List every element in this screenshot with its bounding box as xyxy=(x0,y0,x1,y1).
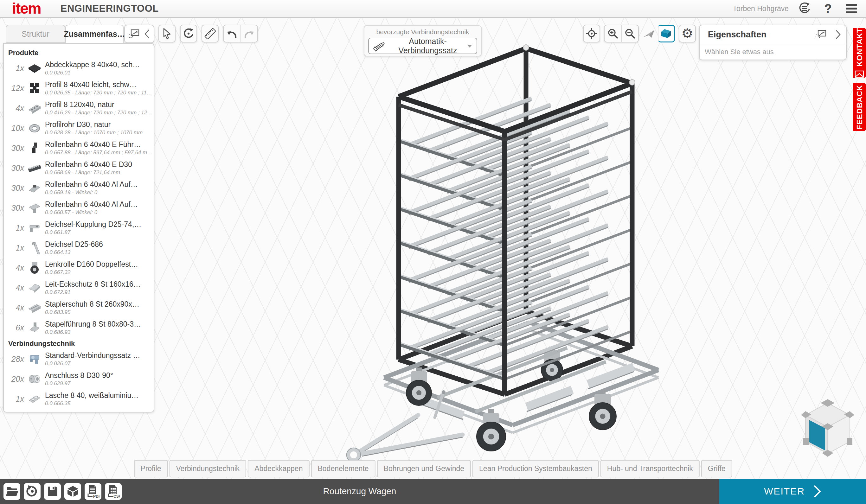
product-row[interactable]: 4x Profil 8 120x40, natur 0.0.416.29 - L… xyxy=(4,98,154,118)
parts-summary-panel: Produkte 1x Abdeckkappe 8 40x40, sch… 0.… xyxy=(3,43,154,413)
app-header: item ENGINEERINGTOOL Torben Hohgräve ? xyxy=(0,0,866,18)
screw-icon xyxy=(373,40,386,52)
save-button[interactable] xyxy=(44,483,61,500)
product-row[interactable]: 30x Rollenbahn 6 40x40 Al Auf… 0.0.660.5… xyxy=(4,198,154,218)
category-tab[interactable]: Profile xyxy=(134,460,168,478)
pdf-icon: PDF xyxy=(87,485,100,498)
category-tab[interactable]: Lean Production Systembaukasten xyxy=(473,460,599,478)
properties-expand-button[interactable] xyxy=(835,29,842,40)
product-row[interactable]: 12x Profil 8 40x40 leicht, schw… 0.0.026… xyxy=(4,78,154,98)
menu-button[interactable] xyxy=(844,1,859,16)
angle-profile-icon xyxy=(24,181,45,195)
row-quantity: 4x xyxy=(4,104,24,113)
product-row[interactable]: 20x Anschluss 8 D30-90° 0.0.629.97 xyxy=(4,369,154,389)
tube-icon xyxy=(24,122,45,135)
footer-bar: PDF CSV Routenzug Wagen WEITER xyxy=(0,479,866,504)
row-quantity: 1x xyxy=(4,223,24,233)
row-quantity: 30x xyxy=(4,203,24,213)
history-icon xyxy=(798,2,811,15)
properties-placeholder: Wählen Sie etwas aus xyxy=(700,44,846,59)
roller-guide-icon xyxy=(24,142,45,155)
product-row[interactable]: 1x Deichsel D25-686 0.0.664.13 xyxy=(4,238,154,258)
row-quantity: 1x xyxy=(4,64,24,73)
caster-icon xyxy=(24,261,45,275)
category-tab[interactable]: Bodenelemente xyxy=(311,460,375,478)
row-name: Rollenbahn 6 40x40 Al Auf… xyxy=(45,180,152,189)
cart-model xyxy=(333,38,700,466)
corner-guard-icon xyxy=(24,281,45,295)
row-detail: 0.0.628.28 - Länge: 1070 mm ; 1070 mm xyxy=(45,130,152,136)
category-tab[interactable]: Hub- und Transporttechnik xyxy=(600,460,700,478)
category-tab[interactable]: Verbindungstechnik xyxy=(169,460,246,478)
coupling-icon xyxy=(24,222,45,235)
reset-icon xyxy=(26,485,38,498)
row-quantity: 10x xyxy=(4,124,24,133)
model-cube-button[interactable] xyxy=(64,483,81,500)
row-quantity: 28x xyxy=(4,355,24,364)
tab-zusammenfassung[interactable]: Zusammenfas… xyxy=(65,25,124,43)
plate-icon xyxy=(24,392,45,406)
reset-button[interactable] xyxy=(24,483,41,500)
row-name: Lasche 8 40, weißaluminiu… xyxy=(45,391,152,400)
row-quantity: 4x xyxy=(4,283,24,292)
row-name: Deichsel D25-686 xyxy=(45,240,152,249)
folder-icon xyxy=(6,486,18,497)
row-detail: 0.0.026.07 xyxy=(45,360,152,367)
row-quantity: 1x xyxy=(4,394,24,404)
product-row[interactable]: 1x Deichsel-Kupplung D25-74,… 0.0.661.87 xyxy=(4,218,154,238)
category-tabs: ProfileVerbindungstechnikAbdeckkappenBod… xyxy=(134,460,732,478)
product-row[interactable]: 4x Staplerschuh 8 St 260x90x… 0.0.683.95 xyxy=(4,298,154,318)
row-name: Rollenbahn 6 40x40 E D30 xyxy=(45,160,152,169)
properties-title: Eigenschaften xyxy=(708,30,815,40)
row-detail: 0.0.666.35 xyxy=(45,400,152,407)
row-name: Deichsel-Kupplung D25-74,… xyxy=(45,220,152,229)
drawbar-icon xyxy=(24,242,45,255)
kontakt-tab[interactable]: KONTAKT xyxy=(853,28,866,78)
connection-select[interactable]: Automatik-Verbindungssatz xyxy=(368,38,477,54)
help-icon: ? xyxy=(824,2,831,15)
row-quantity: 1x xyxy=(4,243,24,253)
stack-guide-icon xyxy=(24,321,45,335)
view-cube[interactable] xyxy=(799,393,856,460)
row-detail: 0.0.658.69 - Länge: 721,64 mm xyxy=(45,169,152,176)
row-name: Profil 8 120x40, natur xyxy=(45,100,152,109)
connection-label: bevorzugte Verbindungstechnik xyxy=(364,28,481,36)
product-row[interactable]: 6x Stapelführung 8 St 80x80-3… 0.0.686.9… xyxy=(4,318,154,338)
product-row[interactable]: 4x Leit-Eckschutz 8 St 160x16… 0.0.672.9… xyxy=(4,278,154,298)
help-button[interactable]: ? xyxy=(820,1,835,16)
user-name: Torben Hohgräve xyxy=(733,4,789,13)
chevron-down-icon xyxy=(466,44,473,48)
open-project-button[interactable] xyxy=(3,483,20,500)
export-csv-button[interactable]: CSV xyxy=(105,483,122,500)
row-name: Staplerschuh 8 St 260x90x… xyxy=(45,300,152,309)
properties-popout-button[interactable] xyxy=(815,29,827,40)
category-tab[interactable]: Abdeckkappen xyxy=(248,460,309,478)
row-detail: 0.0.661.87 xyxy=(45,229,152,236)
product-row[interactable]: 1x Abdeckkappe 8 40x40, sch… 0.0.026.01 xyxy=(4,58,154,78)
product-row[interactable]: 4x Lenkrolle D160 Doppelfest… 0.0.667.32 xyxy=(4,258,154,278)
weiter-button[interactable]: WEITER xyxy=(719,479,866,504)
row-quantity: 30x xyxy=(4,183,24,193)
row-name: Leit-Eckschutz 8 St 160x16… xyxy=(45,280,152,289)
page-title: ENGINEERINGTOOL xyxy=(60,3,159,14)
feedback-tab[interactable]: FEEDBACK xyxy=(853,83,866,131)
properties-panel: Eigenschaften Wählen Sie etwas aus xyxy=(699,25,847,60)
export-pdf-button[interactable]: PDF xyxy=(85,483,101,500)
row-name: Rollenbahn 6 40x40 Al Auf… xyxy=(45,200,152,209)
fork-shoe-icon xyxy=(24,301,45,315)
row-name: Profil 8 40x40 leicht, schw… xyxy=(45,80,152,89)
product-row[interactable]: 1x Lasche 8 40, weißaluminiu… 0.0.666.35 xyxy=(4,389,154,409)
category-tab[interactable]: Griffe xyxy=(701,460,732,478)
history-button[interactable] xyxy=(797,1,812,16)
product-row[interactable]: 30x Rollenbahn 6 40x40 Al Auf… 0.0.659.1… xyxy=(4,178,154,198)
csv-icon: CSV xyxy=(107,485,120,498)
product-row[interactable]: 30x Rollenbahn 6 40x40 E Führ… 0.0.657.8… xyxy=(4,138,154,158)
product-row[interactable]: 28x Standard-Verbindungssatz … 0.0.026.0… xyxy=(4,349,154,369)
category-tab[interactable]: Bohrungen und Gewinde xyxy=(377,460,471,478)
brand-logo: item xyxy=(12,1,41,16)
row-detail: 0.0.629.97 xyxy=(45,380,152,387)
cap-icon xyxy=(24,62,45,75)
product-row[interactable]: 30x Rollenbahn 6 40x40 E D30 0.0.658.69 … xyxy=(4,158,154,178)
product-row[interactable]: 10x Profilrohr D30, natur 0.0.628.28 - L… xyxy=(4,118,154,138)
row-detail: 0.0.664.13 xyxy=(45,249,152,256)
